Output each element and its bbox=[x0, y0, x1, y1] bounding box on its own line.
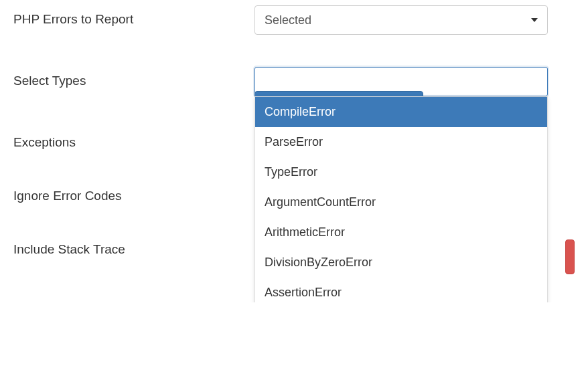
dropdown-option[interactable]: ArithmeticError bbox=[255, 217, 547, 248]
select-types-label: Select Types bbox=[13, 67, 254, 88]
php-errors-select[interactable]: Selected bbox=[254, 5, 548, 35]
caret-down-icon bbox=[531, 18, 538, 22]
stack-trace-label: Include Stack Trace bbox=[13, 235, 254, 257]
ignore-codes-label: Ignore Error Codes bbox=[13, 182, 254, 203]
dropdown-option[interactable]: TypeError bbox=[255, 157, 547, 187]
dropdown-option[interactable]: ParseError bbox=[255, 127, 547, 157]
exceptions-label: Exceptions bbox=[13, 128, 254, 150]
dropdown-option[interactable]: ArgumentCountError bbox=[255, 187, 547, 217]
php-errors-label: PHP Errors to Report bbox=[13, 5, 254, 27]
dropdown-option[interactable]: AssertionError bbox=[255, 278, 547, 302]
hidden-red-button[interactable] bbox=[565, 239, 575, 274]
php-errors-select-value: Selected bbox=[265, 13, 311, 27]
dropdown-option[interactable]: DivisionByZeroError bbox=[255, 248, 547, 278]
dropdown-option[interactable]: CompileError bbox=[255, 97, 547, 127]
select-types-dropdown: CompileErrorParseErrorTypeErrorArgumentC… bbox=[254, 96, 548, 302]
